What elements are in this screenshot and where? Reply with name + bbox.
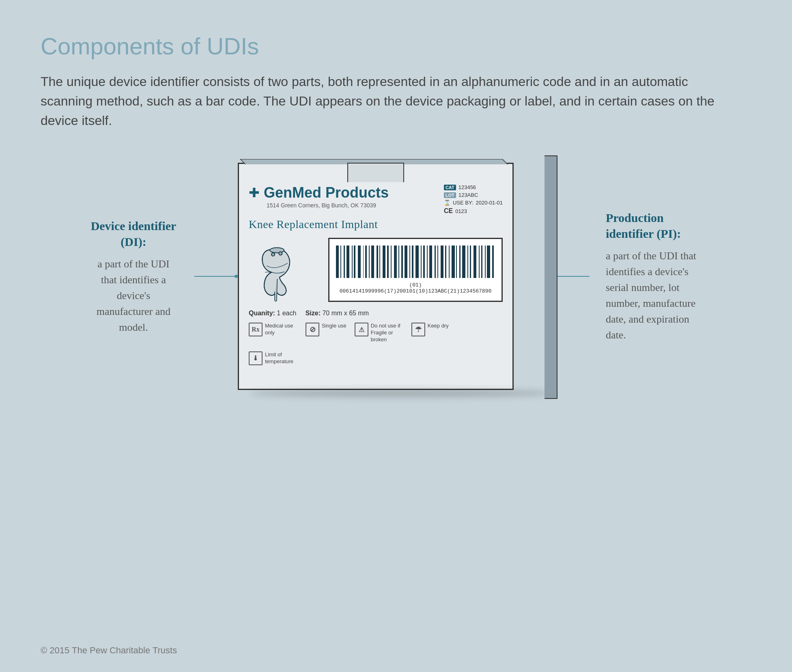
symbol-dry: ☂ Keep dry xyxy=(411,323,449,336)
implant-svg xyxy=(249,237,314,302)
fragile-text: Do not use if Fragile or broken xyxy=(371,323,403,343)
brand-icon: ✚ xyxy=(249,185,260,200)
page-title: Components of UDIs xyxy=(41,32,751,60)
use-by-value: 2020-01-01 xyxy=(476,200,503,206)
rx-text: Medical use only xyxy=(265,323,297,336)
single-use-icon: ⊘ xyxy=(306,323,319,336)
pi-label: Production identifier (PI): a part of th… xyxy=(606,210,703,343)
brand-logo: ✚ GenMed Products xyxy=(249,184,389,201)
lot-code-row: LOT 123ABC xyxy=(444,192,503,198)
size-value: 70 mm x 65 mm xyxy=(322,310,369,317)
use-by-label: USE BY: xyxy=(453,200,473,206)
barcode-container: (01) 00614141999996(17)200101(10)123ABC(… xyxy=(328,238,503,302)
lot-value: 123ABC xyxy=(458,192,478,198)
hourglass-icon: ⌛ xyxy=(444,200,450,206)
page-description: The unique device identifier consists of… xyxy=(41,72,730,130)
symbols-row: Rx Medical use only ⊘ Single use ⚠ Do no… xyxy=(249,323,503,365)
pi-description: a part of the UDI that identifies a devi… xyxy=(606,248,703,343)
rx-icon: Rx xyxy=(249,323,263,336)
ce-row: CE 0123 xyxy=(444,207,503,215)
dry-icon: ☂ xyxy=(411,323,425,336)
product-content: (01) 00614141999996(17)200101(10)123ABC(… xyxy=(249,237,503,303)
temp-text: Limit of temperature xyxy=(265,351,297,365)
product-name: Knee Replacement Implant xyxy=(249,218,503,231)
box-wrapper: ✚ GenMed Products 1514 Green Corners, Bi… xyxy=(238,163,546,390)
symbol-single-use: ⊘ Single use xyxy=(306,323,346,336)
footer: © 2015 The Pew Charitable Trusts xyxy=(41,645,177,656)
fragile-icon: ⚠ xyxy=(355,323,368,336)
brand-address: 1514 Green Corners, Big Bunch, OK 73039 xyxy=(267,202,389,209)
diagram-area: Device identifier (DI): a part of the UD… xyxy=(41,163,751,390)
quantity-label: Quanity: xyxy=(249,310,275,317)
brand-left: ✚ GenMed Products 1514 Green Corners, Bi… xyxy=(249,184,389,209)
symbol-temp: 🌡 Limit of temperature xyxy=(249,351,297,365)
pi-title: Production identifier (PI): xyxy=(606,210,703,241)
di-label: Device identifier (DI): a part of the UD… xyxy=(89,218,178,335)
implant-area xyxy=(249,237,322,303)
use-by-row: ⌛ USE BY: 2020-01-01 xyxy=(444,200,503,206)
size-label: Size: xyxy=(306,310,321,317)
box-front: ✚ GenMed Products 1514 Green Corners, Bi… xyxy=(238,163,514,390)
box-3d-container: ✚ GenMed Products 1514 Green Corners, Bi… xyxy=(238,163,546,390)
cat-value: 123456 xyxy=(458,184,476,190)
temp-icon: 🌡 xyxy=(249,351,263,365)
ce-mark: CE xyxy=(444,207,453,215)
page-container: Components of UDIs The unique device ide… xyxy=(0,0,792,447)
symbol-fragile: ⚠ Do not use if Fragile or broken xyxy=(355,323,403,343)
barcode-visual xyxy=(336,246,495,278)
box-shadow xyxy=(250,389,554,397)
symbol-rx: Rx Medical use only xyxy=(249,323,297,336)
box-right-face xyxy=(544,155,557,399)
quantity-value: 1 each xyxy=(277,310,296,317)
brand-name: GenMed Products xyxy=(264,184,389,201)
cat-code-row: CAT 123456 xyxy=(444,184,503,190)
box-top-tab xyxy=(347,163,404,182)
barcode-number: (01) 00614141999996(17)200101(10)123ABC(… xyxy=(336,282,495,294)
ce-value: 0123 xyxy=(455,208,467,214)
product-details: Quanity: 1 each Size: 70 mm x 65 mm xyxy=(249,310,503,317)
cat-label: CAT xyxy=(444,185,456,190)
svg-point-1 xyxy=(271,253,275,256)
di-title: Device identifier (DI): xyxy=(89,218,178,250)
dry-text: Keep dry xyxy=(428,323,449,330)
svg-point-2 xyxy=(279,252,282,255)
lot-label: LOT xyxy=(444,192,456,198)
brand-codes: CAT 123456 LOT 123ABC ⌛ USE BY: 2020-01-… xyxy=(444,184,503,215)
di-arrow-dot xyxy=(235,275,238,278)
brand-header: ✚ GenMed Products 1514 Green Corners, Bi… xyxy=(249,184,503,215)
di-arrow-group xyxy=(194,275,238,278)
di-arrow-line xyxy=(194,276,235,277)
di-description: a part of the UDI that identifies a devi… xyxy=(89,256,178,335)
single-use-text: Single use xyxy=(322,323,346,330)
